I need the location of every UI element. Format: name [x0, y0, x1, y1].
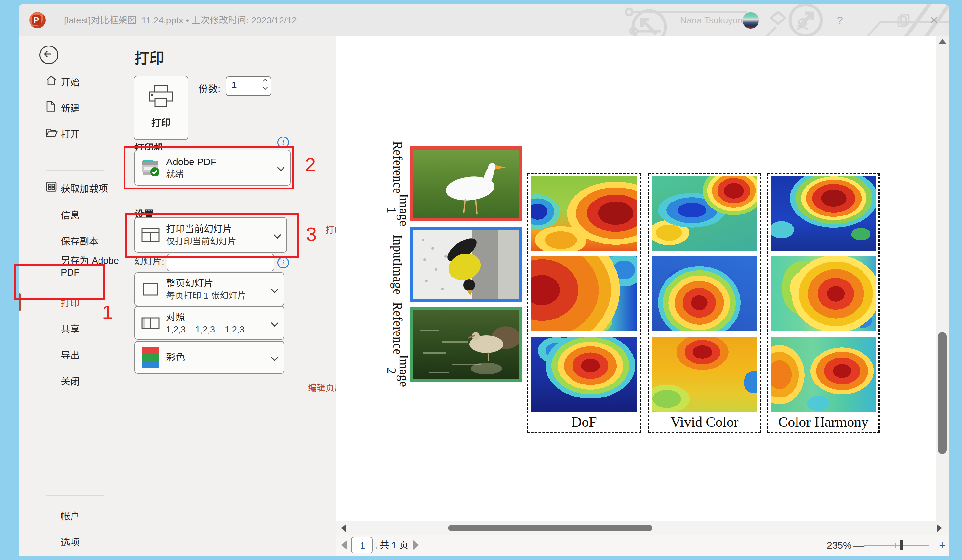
heatmap-dof-row3: [531, 337, 637, 412]
heatmap-harmony-row3: [771, 337, 875, 412]
copies-increase-icon[interactable]: [263, 79, 268, 83]
copies-input[interactable]: [231, 79, 255, 91]
sidebar-item-home[interactable]: 开始: [19, 71, 106, 92]
figure-row-label-3: Reference Image 2: [385, 307, 410, 382]
figure-row-label-1: Reference Image 1: [385, 146, 410, 221]
heatmap-dof-row2: [531, 257, 637, 331]
title-separator: •: [186, 15, 189, 25]
page-count-label: , 共 1 页: [375, 535, 408, 556]
zoom-slider[interactable]: [865, 545, 929, 546]
print-button[interactable]: 打印: [134, 76, 188, 140]
figure-column-label-color-harmony: Color Harmony: [771, 412, 875, 433]
figure-column-color-harmony: Color Harmony: [767, 173, 880, 433]
sidebar-item-label: 保存副本: [61, 234, 98, 247]
scroll-left-icon[interactable]: [341, 524, 346, 533]
preview-status-bar: , 共 1 页 235% — +: [336, 535, 949, 556]
print-heading: 打印: [134, 46, 164, 68]
slides-info-icon[interactable]: i: [277, 257, 289, 268]
heatmap-vivid-row2: [652, 257, 757, 331]
reference-image-2-photo: [410, 307, 523, 382]
previous-page-icon[interactable]: [341, 541, 347, 550]
sidebar-item-save-copy[interactable]: 保存副本: [19, 230, 106, 251]
copies-decrease-icon[interactable]: [263, 85, 268, 90]
sidebar-item-label: 关闭: [61, 374, 80, 387]
sidebar-item-close[interactable]: 关闭: [19, 370, 106, 391]
heatmap-harmony-row1: [771, 176, 875, 250]
document-title-text: [latest]对比框架图_11.24.pptx: [64, 15, 183, 25]
annotation-number-3: 3: [306, 223, 316, 245]
zoom-out-button[interactable]: —: [854, 535, 865, 556]
sidebar-item-label: 获取加载项: [61, 181, 108, 195]
powerpoint-app-icon-letter: P: [32, 15, 40, 25]
sidebar-item-info[interactable]: 信息: [19, 204, 106, 225]
powerpoint-window: P [latest]对比框架图_11.24.pptx • 上次修改时间: 202…: [19, 4, 949, 556]
heatmap-dof-row1: [531, 176, 637, 250]
document-title: [latest]对比框架图_11.24.pptx • 上次修改时间: 2023/…: [64, 4, 297, 36]
heatmap-harmony-row2: [771, 257, 875, 331]
restore-button[interactable]: [893, 4, 912, 36]
annotation-number-1: 1: [102, 301, 113, 323]
zoom-slider-thumb[interactable]: [900, 540, 903, 550]
figure-column-dof: DoF: [527, 173, 641, 433]
sidebar-item-label: 开始: [61, 75, 80, 89]
vertical-scrollbar-thumb[interactable]: [938, 332, 947, 454]
heatmap-vivid-row1: [652, 176, 757, 250]
sidebar-item-label: 导出: [61, 348, 80, 361]
current-page-field[interactable]: [351, 537, 373, 554]
back-button[interactable]: [39, 45, 58, 65]
full-page-slide-icon: [142, 282, 159, 296]
input-image-photo: [410, 227, 523, 302]
annotation-number-2: 2: [305, 153, 316, 176]
last-modified-text: 上次修改时间: 2023/12/12: [192, 15, 297, 25]
preview-horizontal-scrollbar[interactable]: [336, 521, 949, 535]
back-arrow-icon: [40, 47, 55, 61]
sidebar-item-options[interactable]: 选项: [19, 531, 106, 552]
color-mode-dropdown[interactable]: 彩色: [134, 341, 284, 374]
sidebar-divider: [46, 495, 104, 496]
sidebar-item-new[interactable]: 新建: [19, 97, 106, 118]
print-preview-pane: Reference Image 1 Input Image Reference …: [336, 36, 949, 556]
copies-spinner[interactable]: [226, 76, 271, 96]
color-swatch-icon: [142, 347, 159, 368]
sidebar-item-share[interactable]: 共享: [19, 318, 106, 339]
annotation-box-step-1: [14, 264, 105, 300]
preview-vertical-scrollbar[interactable]: [936, 36, 949, 521]
sidebar-item-label: 新建: [61, 101, 80, 115]
slide-preview-canvas: Reference Image 1 Input Image Reference …: [336, 36, 936, 521]
current-page-input[interactable]: [352, 537, 373, 554]
new-document-icon: [46, 101, 56, 115]
help-button[interactable]: ?: [830, 4, 850, 36]
user-avatar[interactable]: [742, 12, 759, 29]
collation-dropdown[interactable]: 对照 1,2,3 1,2,3 1,2,3: [134, 306, 284, 340]
minimize-button[interactable]: —: [862, 4, 881, 36]
annotation-box-step-2: [124, 146, 294, 189]
scroll-up-icon[interactable]: [938, 39, 947, 44]
figure-column-label-vivid-color: Vivid Color: [652, 412, 757, 433]
sidebar-item-label: 信息: [61, 208, 80, 221]
horizontal-scrollbar-thumb[interactable]: [448, 525, 652, 531]
next-page-icon[interactable]: [413, 541, 419, 550]
close-button[interactable]: ✕: [924, 4, 944, 36]
sidebar-item-get-addins[interactable]: 获取加载项: [19, 178, 106, 198]
zoom-in-button[interactable]: +: [939, 535, 946, 556]
collated-icon: [141, 317, 160, 329]
heatmap-vivid-row3: [652, 337, 757, 412]
print-panel: 打印 打印 份数: 打印机 i: [106, 36, 336, 556]
powerpoint-app-icon: P: [29, 12, 45, 28]
user-name[interactable]: Nana Tsukuyomi: [680, 4, 747, 36]
print-layout-subtitle: 每页打印 1 张幻灯片: [166, 290, 272, 302]
zoom-slider-tick: [895, 543, 896, 548]
annotation-box-step-3: [126, 213, 299, 258]
figure-column-vivid-color: Vivid Color: [648, 173, 761, 433]
sidebar-divider: [46, 170, 104, 171]
copies-label: 份数:: [198, 81, 220, 95]
sidebar-item-label: 选项: [61, 535, 80, 548]
print-layout-dropdown[interactable]: 整页幻灯片 每页打印 1 张幻灯片: [134, 272, 284, 306]
sidebar-item-account[interactable]: 帐户: [19, 505, 106, 526]
sidebar-item-label: 共享: [61, 322, 80, 336]
scroll-right-icon[interactable]: [937, 524, 942, 533]
sidebar-item-export[interactable]: 导出: [19, 344, 106, 365]
collation-subtitle: 1,2,3 1,2,3 1,2,3: [166, 324, 272, 336]
sidebar-item-open[interactable]: 打开: [19, 123, 106, 144]
chevron-down-icon: [271, 319, 279, 327]
